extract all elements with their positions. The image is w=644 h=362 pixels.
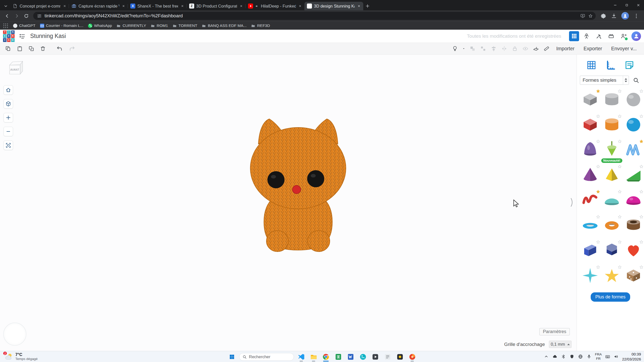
- shape-box[interactable]: [580, 90, 600, 109]
- shape-pyramid[interactable]: [602, 165, 622, 185]
- tab-close-button[interactable]: [239, 4, 244, 8]
- site-settings-icon[interactable]: [37, 13, 42, 19]
- start-button[interactable]: [227, 352, 237, 362]
- favorite-star-icon[interactable]: [618, 89, 622, 93]
- browser-profile-avatar[interactable]: [621, 12, 629, 20]
- taskbar-search[interactable]: Rechercher: [239, 353, 294, 361]
- shape-cone[interactable]: [580, 165, 600, 185]
- tab-search-button[interactable]: [2, 2, 10, 10]
- bulb-button[interactable]: [450, 44, 459, 53]
- shape-top[interactable]: Nouveauté!: [602, 140, 622, 160]
- taskbar-weather-widget[interactable]: 2 7°C Temps dégagé: [2, 351, 40, 362]
- favorite-star-icon[interactable]: [639, 89, 643, 93]
- shape-sphere[interactable]: [624, 115, 643, 134]
- shape-torus_flat[interactable]: [580, 215, 600, 235]
- fit-view-button[interactable]: [4, 141, 13, 150]
- paste-button[interactable]: [15, 44, 24, 53]
- tab-audio-icon[interactable]: [255, 4, 259, 8]
- shape-halfsphere[interactable]: [624, 190, 643, 210]
- trash-button[interactable]: [38, 44, 47, 53]
- import-button[interactable]: Importer: [552, 44, 578, 53]
- browser-tab[interactable]: Z3D Product Configurator & Cu...: [187, 2, 246, 10]
- network-tray-icon[interactable]: [578, 354, 583, 359]
- design-title[interactable]: Stunning Kasi: [30, 33, 66, 39]
- send-to-button[interactable]: Envoyer v...: [607, 44, 640, 53]
- microphone-tray-icon[interactable]: [586, 354, 592, 359]
- hidden-icons-button[interactable]: [544, 354, 549, 359]
- settings-button[interactable]: Paramètres: [539, 328, 570, 335]
- shape-box[interactable]: [580, 115, 600, 134]
- collaborate-button[interactable]: [618, 31, 628, 41]
- bookmark-item[interactable]: ROM1: [148, 23, 170, 29]
- bricks-view-button[interactable]: [606, 31, 616, 41]
- blocks-view-button[interactable]: [581, 31, 591, 41]
- panel-collapse-handle[interactable]: [570, 197, 575, 208]
- snap-grid-select[interactable]: 0,1 mm: [549, 341, 572, 348]
- ruler-button[interactable]: [542, 44, 551, 53]
- browser-tab[interactable]: Concept projet e-commerce 3D: [10, 2, 69, 10]
- tab-close-button[interactable]: [357, 4, 361, 8]
- language-indicator[interactable]: FRAFR: [595, 352, 602, 361]
- favorite-star-icon[interactable]: [596, 240, 600, 244]
- view-cube[interactable]: AVANT: [7, 58, 24, 79]
- shape-zigzag[interactable]: [624, 140, 643, 160]
- shape-dome[interactable]: [602, 190, 622, 210]
- shape-star5[interactable]: [602, 266, 622, 285]
- new-tab-button[interactable]: [363, 2, 372, 10]
- shape-paraboloid[interactable]: [580, 140, 600, 160]
- zoom-out-button[interactable]: [4, 127, 13, 136]
- bookmark-item[interactable]: BANQ ASS EDF MA...: [199, 23, 249, 29]
- more-shapes-button[interactable]: Plus de formes: [591, 292, 630, 302]
- volume-tray-icon[interactable]: [614, 354, 619, 359]
- shape-star4[interactable]: [580, 266, 600, 285]
- address-bar[interactable]: tinkercad.com/things/aoy5N42XhWZ/edit?re…: [33, 12, 596, 20]
- taskbar-app-darkcode[interactable]: [395, 352, 405, 362]
- forward-button[interactable]: [12, 11, 21, 20]
- favorite-star-icon[interactable]: [596, 89, 600, 93]
- ruler-l-tool[interactable]: [604, 59, 617, 72]
- bookmark-item[interactable]: ChatGPT: [11, 23, 38, 29]
- shape-torus[interactable]: [602, 215, 622, 235]
- undo-button[interactable]: [55, 44, 64, 53]
- taskbar-app-sheets[interactable]: [333, 352, 343, 362]
- modify-view-button[interactable]: [594, 31, 604, 41]
- favorite-star-icon[interactable]: [639, 190, 643, 194]
- favorite-star-icon[interactable]: [618, 265, 622, 269]
- favorite-star-icon[interactable]: [596, 190, 600, 194]
- cat-model[interactable]: [248, 116, 348, 253]
- taskbar-app-chrome[interactable]: [321, 352, 331, 362]
- browser-menu-button[interactable]: [633, 13, 639, 19]
- taskbar-app-explorer[interactable]: [309, 352, 319, 362]
- extensions-button[interactable]: [600, 13, 607, 19]
- favorite-star-icon[interactable]: [639, 265, 643, 269]
- apps-grid-icon[interactable]: [3, 23, 9, 29]
- design-menu-icon[interactable]: [19, 33, 26, 40]
- zoom-in-button[interactable]: [4, 113, 13, 122]
- window-close-button[interactable]: [632, 0, 644, 10]
- favorite-star-icon[interactable]: [596, 139, 600, 144]
- bookmark-item[interactable]: Courrier - Romain L...: [38, 23, 86, 29]
- export-button[interactable]: Exporter: [580, 44, 606, 53]
- notes-tool[interactable]: [623, 59, 636, 72]
- favorite-star-icon[interactable]: [618, 215, 622, 219]
- taskbar-app-paint[interactable]: [358, 352, 368, 362]
- design-view-button[interactable]: [569, 31, 579, 41]
- shape-tube[interactable]: [624, 215, 643, 235]
- taskbar-clock[interactable]: 00:39 22/03/2026: [622, 352, 641, 361]
- tab-close-button[interactable]: [62, 4, 67, 8]
- select-stepper[interactable]: [623, 76, 629, 84]
- caret-down-button[interactable]: [461, 44, 466, 53]
- back-button[interactable]: [3, 11, 12, 20]
- browser-tab[interactable]: HilalDeep - Funked Me (On...: [246, 2, 304, 10]
- taskbar-app-notes[interactable]: [383, 352, 393, 362]
- shape-search-button[interactable]: [631, 75, 641, 85]
- duplicate-button[interactable]: [27, 44, 36, 53]
- favorite-star-icon[interactable]: [639, 139, 643, 144]
- bookmark-item[interactable]: REF3D: [249, 23, 272, 29]
- taskbar-app-media[interactable]: [370, 352, 380, 362]
- favorite-star-icon[interactable]: [596, 164, 600, 169]
- bookmark-item[interactable]: CURRENTLY: [114, 23, 148, 29]
- refresh-button[interactable]: [22, 11, 31, 20]
- browser-tab[interactable]: XShareX - The best free and ope...: [128, 2, 187, 10]
- window-minimize-button[interactable]: [609, 0, 621, 10]
